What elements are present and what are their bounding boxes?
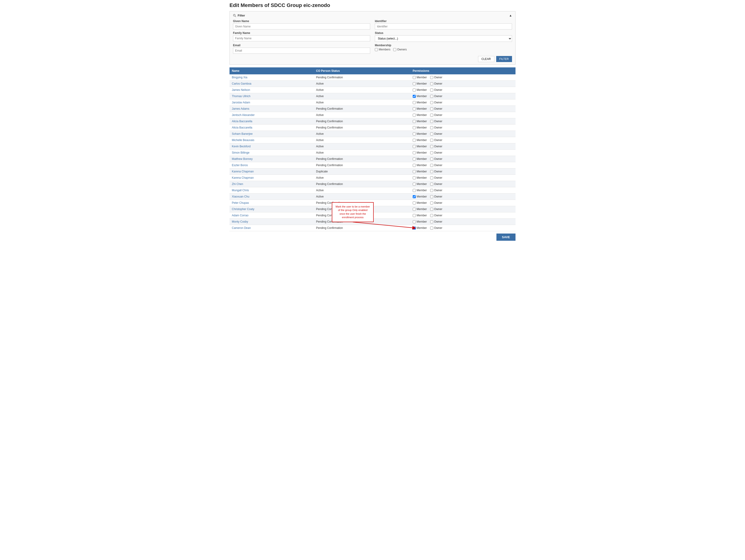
owner-checkbox-label[interactable]: Owner	[430, 170, 442, 173]
owner-checkbox[interactable]	[430, 220, 433, 223]
member-checkbox-label[interactable]: Member	[413, 120, 427, 123]
member-checkbox-label[interactable]: Member	[413, 126, 427, 129]
owner-checkbox[interactable]	[430, 114, 433, 117]
owner-checkbox[interactable]	[430, 107, 433, 110]
member-checkbox-label[interactable]: Member	[413, 113, 427, 117]
owner-checkbox[interactable]	[430, 139, 433, 142]
members-checkbox[interactable]	[375, 48, 378, 51]
member-checkbox[interactable]	[413, 208, 416, 211]
member-name-link[interactable]: Karena Chapman	[232, 170, 254, 173]
filter-collapse-icon[interactable]: ▲	[509, 14, 512, 17]
owner-checkbox-label[interactable]: Owner	[430, 88, 442, 92]
member-name-link[interactable]: Alicia Baccarella	[232, 126, 252, 129]
member-checkbox[interactable]	[413, 195, 416, 198]
owner-checkbox-label[interactable]: Owner	[430, 82, 442, 85]
member-checkbox-label[interactable]: Member	[413, 107, 427, 110]
member-checkbox[interactable]	[413, 145, 416, 148]
owner-checkbox-label[interactable]: Owner	[430, 145, 442, 148]
member-name-link[interactable]: Monty Cosby	[232, 220, 248, 223]
member-checkbox-label[interactable]: Member	[413, 82, 427, 85]
owner-checkbox-label[interactable]: Owner	[430, 182, 442, 186]
owner-checkbox-label[interactable]: Owner	[430, 220, 442, 223]
owner-checkbox-label[interactable]: Owner	[430, 189, 442, 192]
owner-checkbox[interactable]	[430, 126, 433, 129]
owner-checkbox[interactable]	[430, 101, 433, 104]
member-checkbox[interactable]	[413, 133, 416, 136]
status-select[interactable]: Status (select...) Active Pending Confir…	[375, 35, 512, 42]
owner-checkbox[interactable]	[430, 195, 433, 198]
member-checkbox-label[interactable]: Member	[413, 139, 427, 142]
owner-checkbox[interactable]	[430, 89, 433, 92]
member-name-link[interactable]: Bingying Xia	[232, 76, 248, 79]
owner-checkbox-label[interactable]: Owner	[430, 226, 442, 230]
owner-checkbox-label[interactable]: Owner	[430, 214, 442, 217]
owner-checkbox-label[interactable]: Owner	[430, 151, 442, 154]
member-checkbox[interactable]	[413, 170, 416, 173]
filter-button[interactable]: FILTER	[496, 56, 512, 62]
member-name-link[interactable]: Karena Chapman	[232, 176, 254, 179]
member-name-link[interactable]: Cameron Dean	[232, 226, 251, 230]
members-checkbox-label[interactable]: Members	[375, 48, 390, 51]
member-checkbox[interactable]	[413, 226, 416, 230]
member-name-link[interactable]: Eszter Boros	[232, 164, 248, 167]
member-checkbox-label[interactable]: Member	[413, 132, 427, 136]
owner-checkbox-label[interactable]: Owner	[430, 201, 442, 205]
member-checkbox-label[interactable]: Member	[413, 145, 427, 148]
member-checkbox-label[interactable]: Member	[413, 151, 427, 154]
member-checkbox[interactable]	[413, 120, 416, 123]
owner-checkbox[interactable]	[430, 170, 433, 173]
owner-checkbox-label[interactable]: Owner	[430, 120, 442, 123]
member-checkbox[interactable]	[413, 139, 416, 142]
owner-checkbox-label[interactable]: Owner	[430, 113, 442, 117]
member-checkbox-label[interactable]: Member	[413, 164, 427, 167]
member-name-link[interactable]: Carlos Gamboa	[232, 82, 251, 85]
owner-checkbox[interactable]	[430, 214, 433, 217]
member-name-link[interactable]: Jaroslav Adam	[232, 101, 250, 104]
owner-checkbox[interactable]	[430, 208, 433, 211]
member-checkbox-label[interactable]: Member	[413, 76, 427, 79]
member-checkbox[interactable]	[413, 82, 416, 85]
member-checkbox[interactable]	[413, 107, 416, 110]
clear-button[interactable]: CLEAR	[478, 56, 494, 62]
member-checkbox[interactable]	[413, 164, 416, 167]
member-checkbox[interactable]	[413, 101, 416, 104]
member-checkbox-label[interactable]: Member	[413, 88, 427, 92]
member-checkbox[interactable]	[413, 126, 416, 129]
member-checkbox-label[interactable]: Member	[413, 195, 427, 198]
owner-checkbox-label[interactable]: Owner	[430, 157, 442, 161]
owner-checkbox-label[interactable]: Owner	[430, 176, 442, 179]
owner-checkbox[interactable]	[430, 120, 433, 123]
owner-checkbox-label[interactable]: Owner	[430, 139, 442, 142]
owner-checkbox-label[interactable]: Owner	[430, 208, 442, 211]
member-name-link[interactable]: James Neilson	[232, 88, 250, 92]
member-checkbox[interactable]	[413, 95, 416, 98]
member-name-link[interactable]: Thomas Ullrich	[232, 95, 251, 98]
identifier-input[interactable]	[375, 24, 512, 30]
owner-checkbox-label[interactable]: Owner	[430, 195, 442, 198]
member-name-link[interactable]: Matthew Bonney	[232, 157, 253, 161]
member-checkbox-label[interactable]: Member	[413, 214, 427, 217]
owner-checkbox[interactable]	[430, 82, 433, 85]
member-name-link[interactable]: Xiaoxuan Chu	[232, 195, 249, 198]
member-checkbox[interactable]	[413, 89, 416, 92]
member-checkbox[interactable]	[413, 176, 416, 179]
owners-checkbox-label[interactable]: Owners	[393, 48, 407, 51]
member-name-link[interactable]: Alicia Baccarella	[232, 120, 252, 123]
member-name-link[interactable]: Zhi Chen	[232, 182, 243, 186]
owner-checkbox-label[interactable]: Owner	[430, 95, 442, 98]
member-checkbox-label[interactable]: Member	[413, 189, 427, 192]
member-checkbox[interactable]	[413, 76, 416, 79]
filter-header[interactable]: Filter ▲	[233, 14, 512, 17]
owner-checkbox-label[interactable]: Owner	[430, 107, 442, 110]
member-name-link[interactable]: Kevin Beckford	[232, 145, 251, 148]
member-checkbox-label[interactable]: Member	[413, 208, 427, 211]
owner-checkbox[interactable]	[430, 158, 433, 161]
member-name-link[interactable]: Simon Billinge	[232, 151, 250, 154]
owner-checkbox[interactable]	[430, 133, 433, 136]
member-checkbox[interactable]	[413, 158, 416, 161]
owners-checkbox[interactable]	[393, 48, 396, 51]
member-checkbox[interactable]	[413, 183, 416, 186]
member-checkbox-label[interactable]: Member	[413, 176, 427, 179]
owner-checkbox[interactable]	[430, 202, 433, 205]
member-checkbox-label[interactable]: Member	[413, 95, 427, 98]
